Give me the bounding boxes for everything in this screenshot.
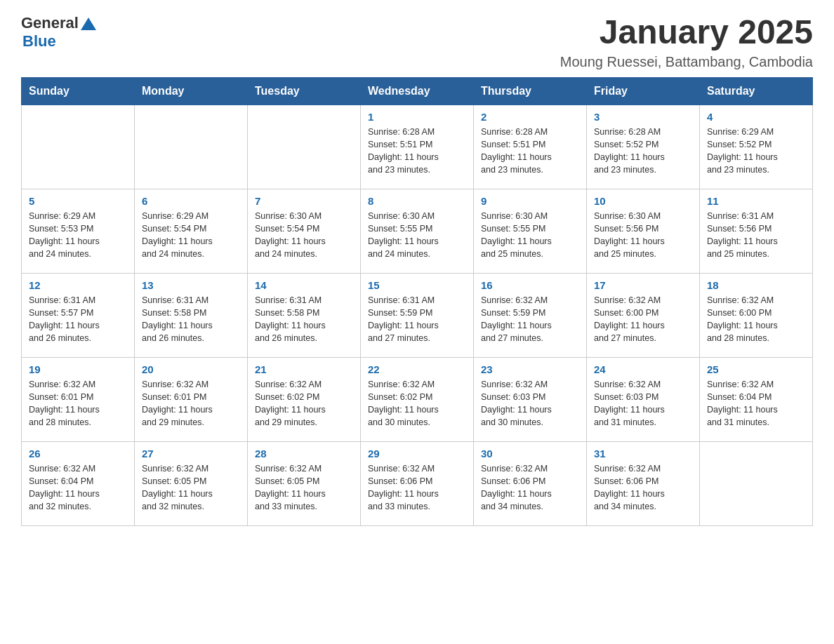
calendar-cell: 29Sunrise: 6:32 AM Sunset: 6:06 PM Dayli… <box>361 441 474 525</box>
week-row-3: 12Sunrise: 6:31 AM Sunset: 5:57 PM Dayli… <box>22 273 813 357</box>
day-number: 20 <box>142 363 240 375</box>
day-info: Sunrise: 6:32 AM Sunset: 6:04 PM Dayligh… <box>29 462 127 514</box>
calendar-cell: 16Sunrise: 6:32 AM Sunset: 5:59 PM Dayli… <box>474 273 587 357</box>
day-number: 27 <box>142 448 240 459</box>
week-row-2: 5Sunrise: 6:29 AM Sunset: 5:53 PM Daylig… <box>22 189 813 273</box>
calendar-cell: 19Sunrise: 6:32 AM Sunset: 6:01 PM Dayli… <box>22 357 135 441</box>
day-info: Sunrise: 6:28 AM Sunset: 5:52 PM Dayligh… <box>594 126 692 177</box>
day-info: Sunrise: 6:29 AM Sunset: 5:52 PM Dayligh… <box>707 126 805 177</box>
calendar-cell: 27Sunrise: 6:32 AM Sunset: 6:05 PM Dayli… <box>135 441 248 525</box>
day-info: Sunrise: 6:32 AM Sunset: 6:02 PM Dayligh… <box>368 378 466 429</box>
calendar-cell: 24Sunrise: 6:32 AM Sunset: 6:03 PM Dayli… <box>587 357 700 441</box>
day-info: Sunrise: 6:32 AM Sunset: 6:05 PM Dayligh… <box>142 462 240 514</box>
day-number: 31 <box>594 448 692 459</box>
day-info: Sunrise: 6:32 AM Sunset: 6:03 PM Dayligh… <box>594 378 692 429</box>
day-info: Sunrise: 6:31 AM Sunset: 5:56 PM Dayligh… <box>707 210 805 261</box>
day-number: 21 <box>255 363 353 375</box>
calendar-cell: 7Sunrise: 6:30 AM Sunset: 5:54 PM Daylig… <box>248 189 361 273</box>
calendar-cell: 15Sunrise: 6:31 AM Sunset: 5:59 PM Dayli… <box>361 273 474 357</box>
calendar-cell: 17Sunrise: 6:32 AM Sunset: 6:00 PM Dayli… <box>587 273 700 357</box>
day-info: Sunrise: 6:32 AM Sunset: 6:02 PM Dayligh… <box>255 378 353 429</box>
day-info: Sunrise: 6:29 AM Sunset: 5:54 PM Dayligh… <box>142 210 240 261</box>
day-info: Sunrise: 6:31 AM Sunset: 5:59 PM Dayligh… <box>368 294 466 345</box>
day-number: 29 <box>368 448 466 459</box>
day-info: Sunrise: 6:29 AM Sunset: 5:53 PM Dayligh… <box>29 210 127 261</box>
day-info: Sunrise: 6:32 AM Sunset: 6:04 PM Dayligh… <box>707 378 805 429</box>
day-number: 18 <box>707 279 805 291</box>
day-number: 2 <box>481 111 579 123</box>
day-info: Sunrise: 6:30 AM Sunset: 5:55 PM Dayligh… <box>481 210 579 261</box>
column-header-monday: Monday <box>135 77 248 105</box>
day-number: 30 <box>481 448 579 459</box>
day-header-row: SundayMondayTuesdayWednesdayThursdayFrid… <box>22 77 813 105</box>
day-info: Sunrise: 6:32 AM Sunset: 6:06 PM Dayligh… <box>368 462 466 514</box>
svg-marker-0 <box>81 18 96 30</box>
column-header-sunday: Sunday <box>22 77 135 105</box>
calendar-cell: 9Sunrise: 6:30 AM Sunset: 5:55 PM Daylig… <box>474 189 587 273</box>
day-info: Sunrise: 6:30 AM Sunset: 5:54 PM Dayligh… <box>255 210 353 261</box>
day-number: 16 <box>481 279 579 291</box>
day-number: 3 <box>594 111 692 123</box>
day-info: Sunrise: 6:30 AM Sunset: 5:55 PM Dayligh… <box>368 210 466 261</box>
calendar-cell: 1Sunrise: 6:28 AM Sunset: 5:51 PM Daylig… <box>361 105 474 189</box>
day-number: 25 <box>707 363 805 375</box>
day-number: 14 <box>255 279 353 291</box>
calendar-cell: 21Sunrise: 6:32 AM Sunset: 6:02 PM Dayli… <box>248 357 361 441</box>
day-number: 19 <box>29 363 127 375</box>
calendar-cell <box>248 105 361 189</box>
day-number: 11 <box>707 195 805 207</box>
calendar-cell: 23Sunrise: 6:32 AM Sunset: 6:03 PM Dayli… <box>474 357 587 441</box>
day-number: 26 <box>29 448 127 459</box>
calendar-cell: 6Sunrise: 6:29 AM Sunset: 5:54 PM Daylig… <box>135 189 248 273</box>
day-info: Sunrise: 6:32 AM Sunset: 6:06 PM Dayligh… <box>481 462 579 514</box>
calendar-cell: 22Sunrise: 6:32 AM Sunset: 6:02 PM Dayli… <box>361 357 474 441</box>
day-number: 10 <box>594 195 692 207</box>
calendar-cell: 30Sunrise: 6:32 AM Sunset: 6:06 PM Dayli… <box>474 441 587 525</box>
day-number: 22 <box>368 363 466 375</box>
calendar-cell <box>22 105 135 189</box>
calendar-cell <box>135 105 248 189</box>
logo-general-text: General <box>21 14 79 32</box>
calendar-subtitle: Moung Ruessei, Battambang, Cambodia <box>560 54 813 70</box>
day-number: 7 <box>255 195 353 207</box>
week-row-4: 19Sunrise: 6:32 AM Sunset: 6:01 PM Dayli… <box>22 357 813 441</box>
calendar-cell: 5Sunrise: 6:29 AM Sunset: 5:53 PM Daylig… <box>22 189 135 273</box>
calendar-cell: 28Sunrise: 6:32 AM Sunset: 6:05 PM Dayli… <box>248 441 361 525</box>
day-info: Sunrise: 6:32 AM Sunset: 5:59 PM Dayligh… <box>481 294 579 345</box>
calendar-cell: 10Sunrise: 6:30 AM Sunset: 5:56 PM Dayli… <box>587 189 700 273</box>
day-info: Sunrise: 6:32 AM Sunset: 6:00 PM Dayligh… <box>707 294 805 345</box>
calendar-title: January 2025 <box>560 14 813 51</box>
day-info: Sunrise: 6:31 AM Sunset: 5:57 PM Dayligh… <box>29 294 127 345</box>
calendar-cell: 20Sunrise: 6:32 AM Sunset: 6:01 PM Dayli… <box>135 357 248 441</box>
week-row-1: 1Sunrise: 6:28 AM Sunset: 5:51 PM Daylig… <box>22 105 813 189</box>
day-number: 6 <box>142 195 240 207</box>
day-info: Sunrise: 6:32 AM Sunset: 6:00 PM Dayligh… <box>594 294 692 345</box>
day-number: 13 <box>142 279 240 291</box>
logo-blue-text: Blue <box>22 32 56 50</box>
calendar-cell: 4Sunrise: 6:29 AM Sunset: 5:52 PM Daylig… <box>700 105 813 189</box>
day-number: 8 <box>368 195 466 207</box>
day-number: 15 <box>368 279 466 291</box>
day-info: Sunrise: 6:32 AM Sunset: 6:01 PM Dayligh… <box>29 378 127 429</box>
calendar-cell: 18Sunrise: 6:32 AM Sunset: 6:00 PM Dayli… <box>700 273 813 357</box>
day-number: 1 <box>368 111 466 123</box>
day-info: Sunrise: 6:31 AM Sunset: 5:58 PM Dayligh… <box>142 294 240 345</box>
column-header-friday: Friday <box>587 77 700 105</box>
column-header-thursday: Thursday <box>474 77 587 105</box>
column-header-saturday: Saturday <box>700 77 813 105</box>
calendar-cell: 11Sunrise: 6:31 AM Sunset: 5:56 PM Dayli… <box>700 189 813 273</box>
page-header: General Blue January 2025 Moung Ruessei,… <box>21 14 813 70</box>
calendar-cell: 25Sunrise: 6:32 AM Sunset: 6:04 PM Dayli… <box>700 357 813 441</box>
calendar-cell: 12Sunrise: 6:31 AM Sunset: 5:57 PM Dayli… <box>22 273 135 357</box>
title-section: January 2025 Moung Ruessei, Battambang, … <box>560 14 813 70</box>
day-number: 28 <box>255 448 353 459</box>
calendar-cell: 3Sunrise: 6:28 AM Sunset: 5:52 PM Daylig… <box>587 105 700 189</box>
calendar-cell: 26Sunrise: 6:32 AM Sunset: 6:04 PM Dayli… <box>22 441 135 525</box>
day-info: Sunrise: 6:32 AM Sunset: 6:01 PM Dayligh… <box>142 378 240 429</box>
week-row-5: 26Sunrise: 6:32 AM Sunset: 6:04 PM Dayli… <box>22 441 813 525</box>
day-info: Sunrise: 6:28 AM Sunset: 5:51 PM Dayligh… <box>368 126 466 177</box>
day-number: 24 <box>594 363 692 375</box>
calendar-cell: 2Sunrise: 6:28 AM Sunset: 5:51 PM Daylig… <box>474 105 587 189</box>
logo-triangle-icon <box>81 18 96 30</box>
column-header-tuesday: Tuesday <box>248 77 361 105</box>
